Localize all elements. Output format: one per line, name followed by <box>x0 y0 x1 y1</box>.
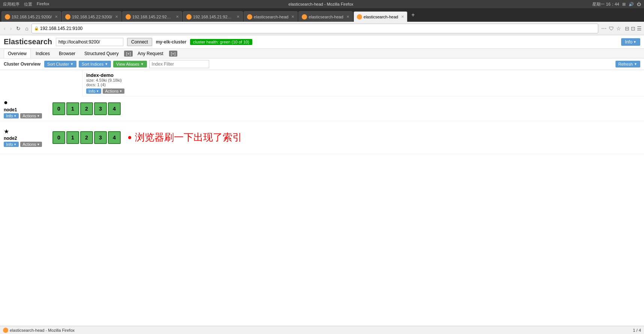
clock: 星期一 16：44 <box>592 1 619 7</box>
browser-tab-6[interactable]: elasticsearch-head ✕ <box>353 11 407 22</box>
shard-node1-3: 3 <box>94 131 107 144</box>
nav-bar: ‹ › ↻ ⌂ 🔒 ⋯ 🛡 ☆ ⊟ ⊡ ☰ <box>0 22 644 35</box>
sort-cluster-button[interactable]: Sort Cluster ▼ <box>44 61 76 67</box>
node-name-1: node2 <box>4 136 52 141</box>
shard-node0-4: 4 <box>108 102 121 115</box>
index-actions-button[interactable]: Actions ▼ <box>103 88 124 94</box>
connect-url-input[interactable] <box>56 38 123 46</box>
tab-favicon-5 <box>302 14 307 19</box>
sort-indices-button[interactable]: Sort Indices ▼ <box>79 61 111 67</box>
index-info-arrow: ▼ <box>96 90 99 93</box>
index-info: index-demo size: 4.59ki (9.18ki) docs: 1… <box>82 70 644 96</box>
node1-actions-button[interactable]: Actions ▼ <box>20 142 42 147</box>
os-menu-app[interactable]: 应用程序 <box>3 1 19 7</box>
fullscreen-icon[interactable]: ⊡ <box>631 25 635 31</box>
shard-node1-1: 1 <box>66 131 79 144</box>
tab-structured-query[interactable]: Structured Query <box>80 49 123 58</box>
refresh-chevron: ▼ <box>634 62 637 66</box>
power-icon: ⏻ <box>637 2 641 6</box>
tab-close-6[interactable]: ✕ <box>401 15 404 19</box>
shard-node0-3: 3 <box>94 102 107 115</box>
node1-annotation-area: 浏览器刷一下出现了索引 <box>121 123 640 151</box>
view-aliases-button[interactable]: View Aliases ▼ <box>113 61 147 67</box>
sort-indices-label: Sort Indices <box>82 62 103 66</box>
node1-info-arrow: ▼ <box>13 143 16 146</box>
window-title: elasticsearch-head - Mozilla Firefox <box>289 2 353 6</box>
tab-close-3[interactable]: ✕ <box>237 15 240 19</box>
tab-bar: 192.168.145.21:9200/ ✕ 192.168.145.22:92… <box>0 8 644 22</box>
tab-close-4[interactable]: ✕ <box>291 15 294 19</box>
shards-node1: 0 1 2 3 4 <box>52 131 121 144</box>
address-bar[interactable]: 🔒 <box>31 24 598 33</box>
tab-overview[interactable]: Overview <box>4 49 31 58</box>
new-tab-button[interactable]: + <box>408 10 418 20</box>
sidebar-icon[interactable]: ⊟ <box>625 25 629 31</box>
forward-button[interactable]: › <box>9 25 13 32</box>
browser-tab-2[interactable]: 192.168.145.22:9200/_c... ✕ <box>122 11 182 22</box>
cluster-overview-label: Cluster Overview <box>4 61 40 67</box>
tab-close-2[interactable]: ✕ <box>176 15 179 19</box>
network-icon: ⊞ <box>622 2 626 7</box>
os-menu-location[interactable]: 位置 <box>24 1 32 7</box>
shard-node0-2: 2 <box>80 102 93 115</box>
shard-node0-0: 0 <box>52 102 65 115</box>
home-button[interactable]: ⌂ <box>24 25 30 32</box>
index-info-button[interactable]: Info ▼ <box>86 88 101 94</box>
any-request-plus[interactable]: [+] <box>169 51 178 57</box>
index-name: index-demo <box>86 72 640 78</box>
tab-any-request[interactable]: Any Request <box>133 49 168 58</box>
node0-info-label: Info <box>6 114 13 118</box>
cluster-section: index-demo size: 4.59ki (9.18ki) docs: 1… <box>0 70 644 154</box>
node-btns-0: Info ▼ Actions ▼ <box>4 113 52 118</box>
index-filter-input[interactable] <box>149 60 209 68</box>
tab-close-5[interactable]: ✕ <box>346 15 349 19</box>
structured-query-plus[interactable]: [+] <box>124 51 133 57</box>
toolbar: Cluster Overview Sort Cluster ▼ Sort Ind… <box>0 58 644 70</box>
index-actions-arrow: ▼ <box>119 90 122 93</box>
tab-close-1[interactable]: ✕ <box>115 15 118 19</box>
menu-icon[interactable]: ☰ <box>637 25 642 31</box>
sort-indices-chevron: ▼ <box>105 62 108 66</box>
reload-button[interactable]: ↻ <box>15 25 22 32</box>
tab-label-2: 192.168.145.22:9200/_c... <box>132 15 173 19</box>
tab-label-6: elasticsearch-head <box>364 15 398 19</box>
tab-indices[interactable]: Indices <box>31 49 54 58</box>
tab-close-0[interactable]: ✕ <box>55 15 58 19</box>
browser-tab-3[interactable]: 192.168.145.21:9200/_c... ✕ <box>183 11 243 22</box>
app-header: Elasticsearch Connect my-elk-cluster clu… <box>0 35 644 49</box>
node0-info-button[interactable]: Info ▼ <box>4 113 19 118</box>
browser-tab-0[interactable]: 192.168.145.21:9200/ ✕ <box>1 11 61 22</box>
browser-tab-5[interactable]: elasticsearch-head ✕ <box>298 11 352 22</box>
browser-tab-4[interactable]: elasticsearch-head ✕ <box>244 11 298 22</box>
address-input[interactable] <box>40 26 596 31</box>
browser-tab-1[interactable]: 192.168.145.22:9200/ ✕ <box>62 11 121 22</box>
main-content: index-demo size: 4.59ki (9.18ki) docs: 1… <box>0 70 644 154</box>
node1-info-button[interactable]: Info ▼ <box>4 142 19 147</box>
shard-node1-4: 4 <box>108 131 121 144</box>
nav-tabs: Overview Indices Browser Structured Quer… <box>0 49 644 58</box>
node0-actions-button[interactable]: Actions ▼ <box>20 113 42 118</box>
view-aliases-label: View Aliases <box>116 62 139 66</box>
refresh-button[interactable]: Refresh ▼ <box>616 61 640 67</box>
back-button[interactable]: ‹ <box>2 25 7 32</box>
index-action-buttons: Info ▼ Actions ▼ <box>86 88 640 94</box>
node1-actions-arrow: ▼ <box>37 143 40 146</box>
sort-cluster-label: Sort Cluster <box>47 62 69 66</box>
index-size: size: 4.59ki (9.18ki) <box>86 78 640 82</box>
connect-button[interactable]: Connect <box>127 38 152 46</box>
title-bar-right: 星期一 16：44 ⊞ 🔊 ⏻ <box>592 1 641 7</box>
sort-cluster-chevron: ▼ <box>70 62 73 66</box>
tab-browser[interactable]: Browser <box>55 49 79 58</box>
tab-label-1: 192.168.145.22:9200/ <box>72 15 112 19</box>
bookmarks-icon[interactable]: ⋯ <box>601 25 607 31</box>
title-bar: 应用程序 位置 Firefox elasticsearch-head - Moz… <box>0 0 644 8</box>
shard-node0-1: 1 <box>66 102 79 115</box>
os-menu-firefox[interactable]: Firefox <box>37 1 49 7</box>
node-info-1: ★ node2 Info ▼ Actions ▼ <box>4 128 52 147</box>
address-lock-icon: 🔒 <box>34 26 39 30</box>
node-row-0: ● node1 Info ▼ Actions ▼ 0 1 2 3 <box>0 96 644 121</box>
tab-favicon-0 <box>5 14 10 19</box>
info-top-button[interactable]: Info ▼ <box>621 38 640 46</box>
node0-actions-label: Actions <box>22 114 36 118</box>
star-bookmark-icon[interactable]: ☆ <box>616 25 621 31</box>
